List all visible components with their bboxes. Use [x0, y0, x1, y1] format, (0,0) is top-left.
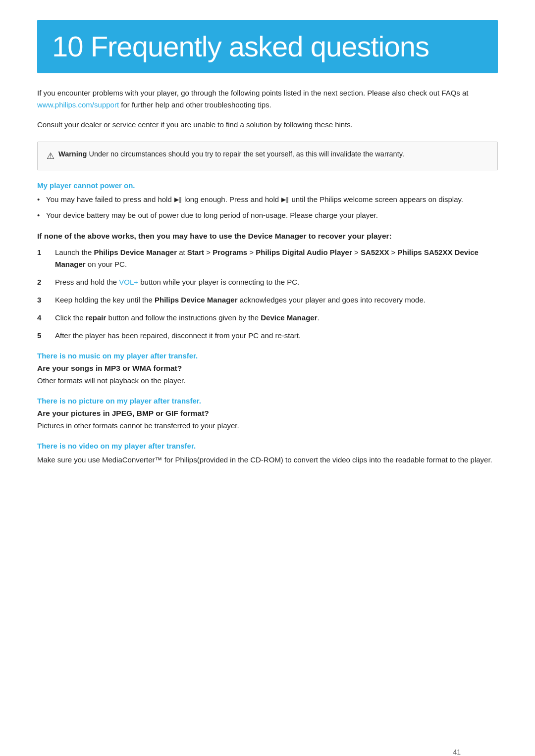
start-label: Start [187, 248, 204, 256]
warning-label: Warning [58, 150, 87, 158]
step-num-3: 3 [37, 294, 46, 306]
step-num-2: 2 [37, 276, 46, 288]
step-5: 5 After the player has been repaired, di… [37, 330, 498, 342]
device-manager-label: Device Manager [261, 313, 317, 322]
section3-subheading: Are your pictures in JPEG, BMP or GIF fo… [37, 409, 498, 418]
play-pause-icon-1: ▶‖ [174, 195, 182, 204]
step-1: 1 Launch the Philips Device Manager at S… [37, 247, 498, 270]
step-content-3: Keep holding the key until the Philips D… [55, 294, 498, 306]
play-pause-icon-2: ▶‖ [281, 195, 289, 204]
step-content-4: Click the repair button and follow the i… [55, 312, 498, 324]
philips-device-manager-label-2: Philips Device Manager [155, 296, 238, 304]
section3-body: Pictures in other formats cannot be tran… [37, 420, 498, 432]
vol-plus-highlight: VOL+ [119, 278, 138, 286]
section2-body: Other formats will not playback on the p… [37, 375, 498, 387]
step-num-1: 1 [37, 247, 46, 270]
section3-heading: There is no picture on my player after t… [37, 397, 498, 405]
philips-digital-audio-label: Philips Digital Audio Player [256, 248, 352, 256]
programs-label: Programs [213, 248, 247, 256]
sa52xx-label: SA52XX [361, 248, 389, 256]
intro-text-after-link: for further help and other troubleshooti… [119, 101, 271, 109]
philips-support-link[interactable]: www.philips.com/support [37, 101, 119, 109]
warning-content: Warning Under no circumstances should yo… [58, 149, 488, 160]
recovery-steps: 1 Launch the Philips Device Manager at S… [37, 247, 498, 342]
recover-heading-text: If none of the above works, then you may… [37, 232, 392, 240]
warning-box: ⚠ Warning Under no circumstances should … [37, 142, 498, 170]
step-content-5: After the player has been repaired, disc… [55, 330, 498, 342]
page-header: 10 Frequently asked questions [37, 20, 498, 73]
intro-paragraph-2: Consult your dealer or service center if… [37, 119, 498, 131]
step-num-5: 5 [37, 330, 46, 342]
section2-subheading: Are your songs in MP3 or WMA format? [37, 364, 498, 373]
bullet-item-2: Your device battery may be out of power … [37, 209, 498, 221]
philips-device-manager-label: Philips Device Manager [94, 248, 177, 256]
warning-icon: ⚠ [47, 150, 54, 163]
section4-body: Make sure you use MediaConverter™ for Ph… [37, 454, 498, 466]
repair-label: repair [86, 313, 107, 322]
step-3: 3 Keep holding the key until the Philips… [37, 294, 498, 306]
section1-heading: My player cannot power on. [37, 181, 498, 190]
step-2: 2 Press and hold the VOL+ button while y… [37, 276, 498, 288]
section4-heading: There is no video on my player after tra… [37, 442, 498, 450]
section2-heading: There is no music on my player after tra… [37, 352, 498, 360]
warning-text: Under no circumstances should you try to… [89, 150, 404, 158]
intro-text-before-link: If you encounter problems with your play… [37, 89, 469, 97]
recover-heading: If none of the above works, then you may… [37, 230, 498, 242]
step-content-1: Launch the Philips Device Manager at Sta… [55, 247, 498, 270]
page-wrapper: 10 Frequently asked questions If you enc… [37, 20, 498, 756]
bullet-item-1: You may have failed to press and hold ▶‖… [37, 194, 498, 205]
step-num-4: 4 [37, 312, 46, 324]
intro-paragraph-1: If you encounter problems with your play… [37, 87, 498, 111]
step-4: 4 Click the repair button and follow the… [37, 312, 498, 324]
page-number: 41 [453, 748, 461, 756]
step-content-2: Press and hold the VOL+ button while you… [55, 276, 498, 288]
section1-bullets: You may have failed to press and hold ▶‖… [37, 194, 498, 221]
page-title: 10 Frequently asked questions [52, 31, 483, 62]
